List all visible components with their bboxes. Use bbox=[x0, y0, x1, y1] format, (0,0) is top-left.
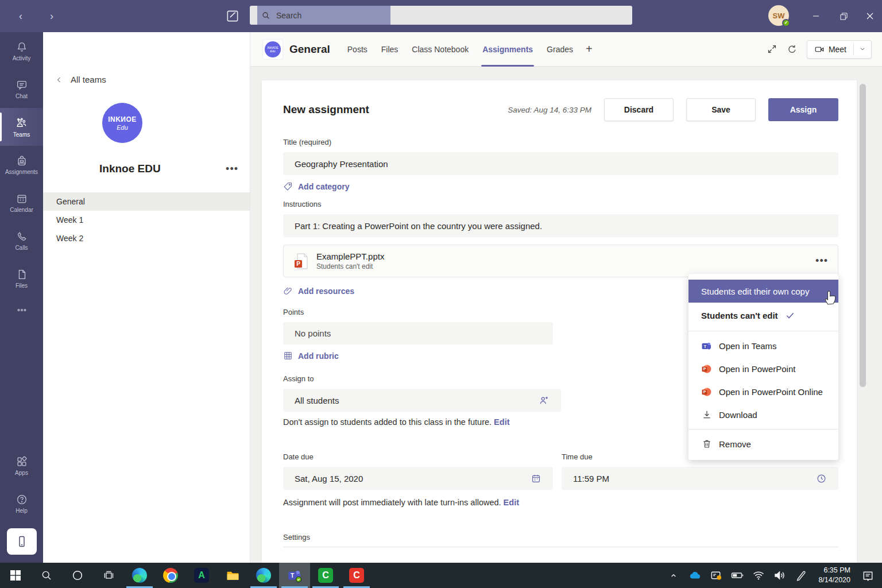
teams-icon: T bbox=[287, 568, 302, 583]
minimize-button[interactable] bbox=[803, 0, 829, 32]
taskbar-app-red-c[interactable]: C bbox=[341, 563, 372, 588]
teams-window: ‹ › Search SW ✓ Activity Chat bbox=[0, 0, 882, 588]
wifi-icon[interactable] bbox=[750, 563, 767, 588]
assign-to-input[interactable]: All students bbox=[283, 389, 561, 412]
onedrive-icon[interactable] bbox=[686, 563, 703, 588]
attachment-more-options-icon[interactable]: ••• bbox=[815, 255, 828, 267]
sidebar-item-calendar[interactable]: Calendar bbox=[0, 184, 43, 222]
taskbar-file-explorer[interactable] bbox=[217, 563, 248, 588]
compose-icon[interactable] bbox=[225, 9, 240, 24]
wallet-icon[interactable] bbox=[707, 563, 725, 588]
attachment-card[interactable]: P ExamplePPT.pptx Students can't edit ••… bbox=[283, 245, 838, 277]
menu-item-open-in-powerpoint-online[interactable]: P Open in PowerPoint Online bbox=[688, 380, 838, 403]
title-bar: ‹ › Search SW ✓ bbox=[0, 0, 882, 32]
bell-icon bbox=[16, 41, 28, 53]
red-c-app-icon: C bbox=[349, 568, 364, 583]
add-person-icon[interactable] bbox=[538, 394, 550, 406]
add-rubric-link[interactable]: Add rubric bbox=[283, 351, 339, 361]
time-due-label: Time due bbox=[562, 452, 593, 461]
cortana-button[interactable] bbox=[62, 563, 93, 588]
edit-post-link[interactable]: Edit bbox=[504, 498, 519, 507]
taskbar-search-button[interactable] bbox=[31, 563, 62, 588]
forward-arrow-icon[interactable]: › bbox=[44, 8, 60, 24]
calendar-picker-icon[interactable] bbox=[531, 473, 541, 484]
menu-item-open-in-teams[interactable]: T Open in Teams bbox=[688, 334, 838, 357]
meet-dropdown-chevron-icon[interactable] bbox=[854, 44, 871, 55]
channel-week-1[interactable]: Week 1 bbox=[43, 211, 250, 229]
close-button[interactable] bbox=[857, 0, 882, 32]
tab-posts[interactable]: Posts bbox=[341, 32, 374, 67]
volume-icon[interactable] bbox=[771, 563, 788, 588]
sidebar-item-apps[interactable]: Apps bbox=[0, 447, 43, 485]
expand-icon[interactable] bbox=[767, 44, 777, 55]
action-center-icon[interactable] bbox=[859, 563, 876, 588]
add-resources-link[interactable]: Add resources bbox=[283, 286, 354, 296]
sidebar-item-calls[interactable]: Calls bbox=[0, 222, 43, 260]
windows-taskbar: A T C C 6:35 PM 8/14/2020 bbox=[0, 563, 882, 588]
teams-people-icon bbox=[15, 117, 28, 130]
sidebar-item-help[interactable]: Help bbox=[0, 485, 43, 523]
add-category-link[interactable]: Add category bbox=[283, 181, 349, 191]
sidebar-more-icon[interactable] bbox=[0, 297, 43, 323]
mobile-app-button[interactable] bbox=[7, 528, 37, 555]
checkmark-icon bbox=[785, 310, 795, 320]
avatar[interactable]: SW ✓ bbox=[768, 5, 789, 26]
back-arrow-icon[interactable]: ‹ bbox=[13, 8, 29, 24]
taskbar-app-edge[interactable] bbox=[124, 563, 155, 588]
vertical-scrollbar[interactable] bbox=[860, 84, 866, 387]
green-c-app-icon: C bbox=[318, 568, 333, 583]
sidebar-item-chat[interactable]: Chat bbox=[0, 70, 43, 108]
assign-button[interactable]: Assign bbox=[768, 98, 838, 121]
channel-general[interactable]: General bbox=[43, 192, 250, 211]
meet-button[interactable]: Meet bbox=[807, 40, 872, 59]
taskbar-app-teams[interactable]: T bbox=[279, 563, 310, 588]
menu-item-students-edit-own-copy[interactable]: Students edit their own copy bbox=[688, 280, 838, 303]
menu-item-students-cant-edit[interactable]: Students can't edit bbox=[688, 303, 838, 328]
team-logo[interactable]: INKИOE Edu bbox=[102, 103, 142, 143]
menu-item-open-in-powerpoint[interactable]: P Open in PowerPoint bbox=[688, 357, 838, 380]
channel-week-2[interactable]: Week 2 bbox=[43, 229, 250, 247]
taskbar-app-chrome[interactable] bbox=[155, 563, 186, 588]
save-button[interactable]: Save bbox=[686, 98, 756, 121]
tab-class-notebook[interactable]: Class Notebook bbox=[405, 32, 475, 67]
taskbar-app-edge-2[interactable] bbox=[248, 563, 279, 588]
discard-button[interactable]: Discard bbox=[604, 98, 674, 121]
menu-item-download[interactable]: Download bbox=[688, 403, 838, 426]
pen-icon[interactable] bbox=[792, 563, 810, 588]
sidebar-item-activity[interactable]: Activity bbox=[0, 32, 43, 70]
sidebar-item-assignments[interactable]: Assignments bbox=[0, 146, 43, 184]
add-tab-icon[interactable]: + bbox=[580, 42, 598, 56]
refresh-icon[interactable] bbox=[787, 44, 798, 55]
phone-icon bbox=[16, 230, 28, 243]
search-input[interactable]: Search bbox=[250, 6, 632, 25]
tab-files[interactable]: Files bbox=[374, 32, 405, 67]
battery-icon[interactable] bbox=[729, 563, 746, 588]
clock-icon[interactable] bbox=[816, 473, 827, 484]
taskbar-app-green-c[interactable]: C bbox=[310, 563, 341, 588]
team-more-options-icon[interactable]: ••• bbox=[226, 163, 238, 175]
tab-assignments[interactable]: Assignments bbox=[475, 32, 540, 67]
points-input[interactable]: No points bbox=[283, 322, 553, 345]
edit-assign-link[interactable]: Edit bbox=[494, 417, 509, 427]
date-due-input[interactable]: Sat, Aug 15, 2020 bbox=[283, 467, 553, 490]
app-sidebar: Activity Chat Teams Assignments Calendar… bbox=[0, 32, 43, 563]
taskbar-app-a[interactable]: A bbox=[186, 563, 217, 588]
time-due-input[interactable]: 11:59 PM bbox=[562, 467, 838, 490]
sidebar-item-files[interactable]: Files bbox=[0, 260, 43, 297]
search-icon bbox=[261, 11, 270, 20]
taskbar-clock[interactable]: 6:35 PM 8/14/2020 bbox=[814, 566, 855, 585]
tab-grades[interactable]: Grades bbox=[540, 32, 580, 67]
instructions-input[interactable]: Part 1: Creating a PowerPoint on the cou… bbox=[283, 214, 838, 237]
task-view-button[interactable] bbox=[93, 563, 124, 588]
assignment-title-input[interactable]: Geography Presentation bbox=[283, 152, 838, 175]
maximize-button[interactable] bbox=[830, 0, 857, 32]
channel-avatar: INKИOEEdu bbox=[263, 40, 283, 59]
start-button[interactable] bbox=[0, 563, 31, 588]
sidebar-item-teams[interactable]: Teams bbox=[0, 108, 43, 146]
attachment-permission: Students can't edit bbox=[316, 262, 384, 270]
back-to-all-teams[interactable]: All teams bbox=[56, 75, 106, 84]
tray-chevron-up-icon[interactable] bbox=[665, 563, 682, 588]
edge-icon bbox=[132, 568, 147, 583]
instructions-label: Instructions bbox=[283, 200, 321, 208]
menu-item-remove[interactable]: Remove bbox=[688, 432, 838, 455]
